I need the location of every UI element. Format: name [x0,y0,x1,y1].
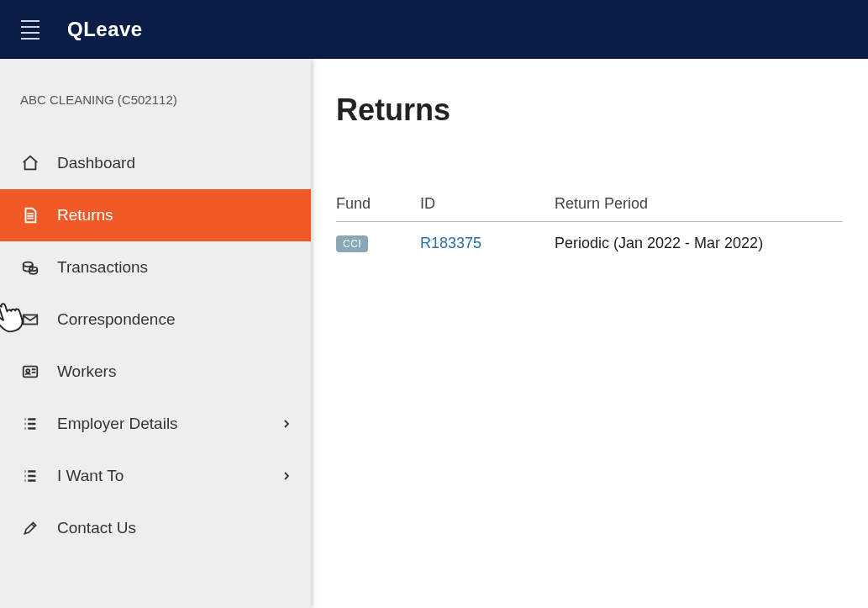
sidebar-item-label: Correspondence [57,310,291,329]
sidebar-item-employer-details[interactable]: Employer Details [0,398,311,450]
sidebar-item-label: Transactions [57,258,291,277]
id-card-icon [20,362,40,382]
sidebar-nav: Dashboard Returns [0,137,311,554]
envelope-icon [20,309,40,330]
hamburger-menu-icon[interactable] [13,13,47,46]
column-header-id: ID [420,187,555,222]
sidebar-item-contact-us[interactable]: Contact Us [0,502,311,554]
sidebar-item-dashboard[interactable]: Dashboard [0,137,311,189]
sidebar-item-label: Workers [57,362,291,381]
svg-point-4 [26,369,29,373]
sidebar-item-label: Employer Details [57,415,266,433]
sidebar-item-label: Contact Us [57,519,291,537]
table-row: CCI R183375 Periodic (Jan 2022 - Mar 202… [336,222,843,265]
sidebar-item-label: I Want To [57,467,266,485]
sidebar-item-transactions[interactable]: Transactions [0,241,311,293]
sidebar-item-correspondence[interactable]: Correspondence [0,293,311,346]
chevron-right-icon [282,420,291,428]
calendar-document-icon [20,205,40,225]
column-header-fund: Fund [336,187,420,222]
pencil-icon [20,518,40,538]
sidebar-item-i-want-to[interactable]: I Want To [0,450,311,502]
sidebar-item-label: Returns [57,206,291,225]
page-title: Returns [336,93,843,128]
list-icon [20,466,40,486]
top-bar: QLeave [0,0,868,59]
returns-table: Fund ID Return Period CCI R183375 Period… [336,187,843,264]
column-header-period: Return Period [555,187,843,222]
fund-badge: CCI [336,235,368,252]
return-id-link[interactable]: R183375 [420,235,481,251]
main-content: Returns Fund ID Return Period CCI [311,59,868,608]
sidebar: ABC CLEANING (C502112) Dashboard [0,59,311,608]
list-icon [20,414,40,434]
svg-point-0 [24,262,33,267]
app-title: QLeave [67,18,143,41]
sidebar-item-returns[interactable]: Returns [0,189,311,241]
sidebar-item-workers[interactable]: Workers [0,346,311,398]
return-period: Periodic (Jan 2022 - Mar 2022) [555,222,843,265]
home-icon [20,153,40,173]
chevron-right-icon [282,472,291,480]
coins-icon [20,257,40,278]
organization-label: ABC CLEANING (C502112) [0,79,311,137]
sidebar-item-label: Dashboard [57,154,291,172]
